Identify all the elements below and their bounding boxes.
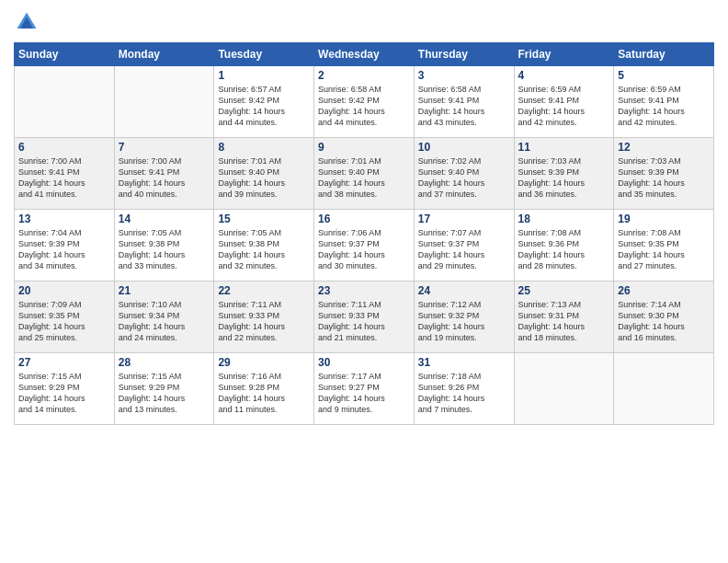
day-number: 21 — [119, 284, 210, 297]
day-number: 9 — [318, 141, 410, 154]
weekday-header: Wednesday — [314, 43, 415, 66]
calendar-cell: 12Sunrise: 7:03 AMSunset: 9:39 PMDayligh… — [614, 138, 714, 210]
cell-info: Sunrise: 7:10 AMSunset: 9:34 PMDaylight:… — [119, 299, 210, 344]
cell-info: Sunrise: 7:05 AMSunset: 9:38 PMDaylight:… — [119, 227, 210, 272]
day-number: 29 — [218, 356, 310, 369]
cell-info: Sunrise: 7:18 AMSunset: 9:26 PMDaylight:… — [418, 371, 510, 416]
cell-info: Sunrise: 7:03 AMSunset: 9:39 PMDaylight:… — [518, 155, 610, 201]
cell-info: Sunrise: 7:07 AMSunset: 9:37 PMDaylight:… — [418, 227, 510, 272]
cell-info: Sunrise: 7:05 AMSunset: 9:38 PMDaylight:… — [218, 227, 310, 272]
calendar-cell: 28Sunrise: 7:15 AMSunset: 9:29 PMDayligh… — [114, 353, 214, 425]
day-number: 2 — [318, 69, 410, 82]
day-number: 11 — [518, 141, 610, 154]
day-number: 6 — [18, 141, 110, 154]
cell-info: Sunrise: 6:57 AMSunset: 9:42 PMDaylight:… — [218, 84, 310, 129]
calendar-cell: 3Sunrise: 6:58 AMSunset: 9:41 PMDaylight… — [414, 66, 514, 138]
day-number: 4 — [518, 69, 610, 82]
calendar-cell: 29Sunrise: 7:16 AMSunset: 9:28 PMDayligh… — [214, 353, 314, 425]
cell-info: Sunrise: 6:59 AMSunset: 9:41 PMDaylight:… — [618, 84, 710, 129]
weekday-header: Sunday — [15, 43, 115, 66]
day-number: 25 — [518, 284, 610, 297]
calendar: SundayMondayTuesdayWednesdayThursdayFrid… — [14, 42, 714, 425]
cell-info: Sunrise: 7:14 AMSunset: 9:30 PMDaylight:… — [618, 299, 710, 344]
day-number: 23 — [318, 284, 410, 297]
calendar-cell — [114, 66, 214, 138]
calendar-cell: 16Sunrise: 7:06 AMSunset: 9:37 PMDayligh… — [314, 210, 415, 282]
cell-info: Sunrise: 6:59 AMSunset: 9:41 PMDaylight:… — [518, 84, 610, 129]
day-number: 7 — [119, 141, 210, 154]
calendar-week-row: 6Sunrise: 7:00 AMSunset: 9:41 PMDaylight… — [15, 138, 714, 210]
day-number: 31 — [418, 356, 510, 369]
cell-info: Sunrise: 7:16 AMSunset: 9:28 PMDaylight:… — [218, 371, 310, 416]
cell-info: Sunrise: 7:17 AMSunset: 9:27 PMDaylight:… — [318, 371, 410, 416]
calendar-cell: 23Sunrise: 7:11 AMSunset: 9:33 PMDayligh… — [314, 282, 415, 353]
day-number: 13 — [18, 213, 110, 225]
logo — [14, 9, 43, 35]
day-number: 28 — [119, 356, 210, 369]
day-number: 19 — [618, 213, 710, 225]
day-number: 27 — [18, 356, 110, 369]
cell-info: Sunrise: 7:11 AMSunset: 9:33 PMDaylight:… — [318, 299, 410, 344]
day-number: 15 — [218, 213, 310, 225]
cell-info: Sunrise: 7:00 AMSunset: 9:41 PMDaylight:… — [18, 155, 110, 201]
day-number: 1 — [218, 69, 310, 82]
day-number: 16 — [318, 213, 410, 225]
calendar-cell: 8Sunrise: 7:01 AMSunset: 9:40 PMDaylight… — [214, 138, 314, 210]
day-number: 17 — [418, 213, 510, 225]
cell-info: Sunrise: 7:12 AMSunset: 9:32 PMDaylight:… — [418, 299, 510, 344]
day-number: 30 — [318, 356, 410, 369]
calendar-week-row: 13Sunrise: 7:04 AMSunset: 9:39 PMDayligh… — [15, 210, 714, 282]
calendar-cell: 17Sunrise: 7:07 AMSunset: 9:37 PMDayligh… — [414, 210, 514, 282]
weekday-header: Tuesday — [214, 43, 314, 66]
calendar-cell: 6Sunrise: 7:00 AMSunset: 9:41 PMDaylight… — [15, 138, 115, 210]
calendar-cell: 20Sunrise: 7:09 AMSunset: 9:35 PMDayligh… — [15, 282, 115, 353]
calendar-cell — [614, 353, 714, 425]
calendar-cell — [15, 66, 115, 138]
calendar-week-row: 1Sunrise: 6:57 AMSunset: 9:42 PMDaylight… — [15, 66, 714, 138]
weekday-header: Monday — [114, 43, 214, 66]
cell-info: Sunrise: 7:09 AMSunset: 9:35 PMDaylight:… — [18, 299, 110, 344]
cell-info: Sunrise: 6:58 AMSunset: 9:42 PMDaylight:… — [318, 84, 410, 129]
day-number: 20 — [18, 284, 110, 297]
calendar-week-row: 27Sunrise: 7:15 AMSunset: 9:29 PMDayligh… — [15, 353, 714, 425]
calendar-week-row: 20Sunrise: 7:09 AMSunset: 9:35 PMDayligh… — [15, 282, 714, 353]
day-number: 26 — [618, 284, 710, 297]
calendar-cell: 21Sunrise: 7:10 AMSunset: 9:34 PMDayligh… — [114, 282, 214, 353]
cell-info: Sunrise: 7:15 AMSunset: 9:29 PMDaylight:… — [119, 371, 210, 416]
cell-info: Sunrise: 7:03 AMSunset: 9:39 PMDaylight:… — [618, 155, 710, 201]
day-number: 5 — [618, 69, 710, 82]
logo-icon — [14, 9, 40, 35]
calendar-cell: 5Sunrise: 6:59 AMSunset: 9:41 PMDaylight… — [614, 66, 714, 138]
page: SundayMondayTuesdayWednesdayThursdayFrid… — [0, 0, 728, 563]
calendar-cell: 15Sunrise: 7:05 AMSunset: 9:38 PMDayligh… — [214, 210, 314, 282]
cell-info: Sunrise: 7:15 AMSunset: 9:29 PMDaylight:… — [18, 371, 110, 416]
calendar-cell: 10Sunrise: 7:02 AMSunset: 9:40 PMDayligh… — [414, 138, 514, 210]
calendar-cell: 13Sunrise: 7:04 AMSunset: 9:39 PMDayligh… — [15, 210, 115, 282]
day-number: 10 — [418, 141, 510, 154]
weekday-header: Saturday — [614, 43, 714, 66]
calendar-cell: 27Sunrise: 7:15 AMSunset: 9:29 PMDayligh… — [15, 353, 115, 425]
weekday-header: Friday — [514, 43, 614, 66]
cell-info: Sunrise: 7:13 AMSunset: 9:31 PMDaylight:… — [518, 299, 610, 344]
cell-info: Sunrise: 7:01 AMSunset: 9:40 PMDaylight:… — [218, 155, 310, 201]
calendar-cell: 1Sunrise: 6:57 AMSunset: 9:42 PMDaylight… — [214, 66, 314, 138]
day-number: 24 — [418, 284, 510, 297]
cell-info: Sunrise: 7:02 AMSunset: 9:40 PMDaylight:… — [418, 155, 510, 201]
day-number: 12 — [618, 141, 710, 154]
day-number: 3 — [418, 69, 510, 82]
cell-info: Sunrise: 7:08 AMSunset: 9:36 PMDaylight:… — [518, 227, 610, 272]
calendar-cell: 11Sunrise: 7:03 AMSunset: 9:39 PMDayligh… — [514, 138, 614, 210]
cell-info: Sunrise: 7:00 AMSunset: 9:41 PMDaylight:… — [119, 155, 210, 201]
calendar-header-row: SundayMondayTuesdayWednesdayThursdayFrid… — [15, 43, 714, 66]
calendar-cell: 22Sunrise: 7:11 AMSunset: 9:33 PMDayligh… — [214, 282, 314, 353]
calendar-cell — [514, 353, 614, 425]
calendar-cell: 26Sunrise: 7:14 AMSunset: 9:30 PMDayligh… — [614, 282, 714, 353]
calendar-cell: 31Sunrise: 7:18 AMSunset: 9:26 PMDayligh… — [414, 353, 514, 425]
cell-info: Sunrise: 7:08 AMSunset: 9:35 PMDaylight:… — [618, 227, 710, 272]
cell-info: Sunrise: 7:11 AMSunset: 9:33 PMDaylight:… — [218, 299, 310, 344]
calendar-cell: 30Sunrise: 7:17 AMSunset: 9:27 PMDayligh… — [314, 353, 415, 425]
weekday-header: Thursday — [414, 43, 514, 66]
calendar-cell: 7Sunrise: 7:00 AMSunset: 9:41 PMDaylight… — [114, 138, 214, 210]
day-number: 22 — [218, 284, 310, 297]
day-number: 8 — [218, 141, 310, 154]
